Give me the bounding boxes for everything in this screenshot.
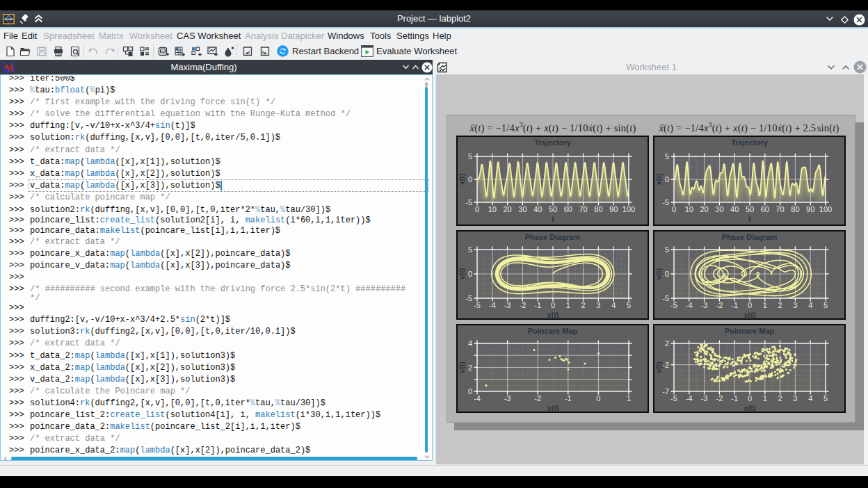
svg-text:20: 20 [700,205,708,213]
svg-text:-2: -2 [716,301,723,309]
svg-text:x(t): x(t) [654,174,663,185]
svg-text:0: 0 [468,175,472,184]
svg-text:4: 4 [468,339,472,348]
svg-text:x(t): x(t) [547,310,558,318]
svg-text:-4: -4 [489,301,496,309]
svg-text:-3: -3 [700,301,707,309]
svg-text:2: 2 [664,339,668,348]
svg-text:5: 5 [823,394,827,402]
svg-text:2: 2 [581,301,586,309]
svg-text:5: 5 [468,245,472,254]
svg-text:30: 30 [518,205,527,213]
svg-text:50: 50 [549,205,557,213]
svg-text:v(t): v(t) [458,361,466,373]
svg-text:100: 100 [622,205,635,213]
svg-text:-1: -1 [731,394,738,402]
svg-text:0: 0 [475,205,479,213]
svg-text:-5: -5 [474,301,481,309]
svg-text:5: 5 [627,301,631,309]
svg-text:40: 40 [533,205,542,213]
svg-text:-5: -5 [465,198,472,206]
svg-text:-1: -1 [565,394,572,402]
svg-text:2: 2 [778,394,782,402]
svg-text:20: 20 [503,205,511,213]
svg-text:60: 60 [564,205,572,213]
svg-text:4: 4 [611,301,616,309]
svg-text:Poincare Map: Poincare Map [724,327,774,335]
svg-text:40: 40 [730,205,739,213]
svg-text:-4: -4 [685,394,692,402]
svg-text:4: 4 [808,394,812,402]
svg-text:Poincare Map: Poincare Map [528,327,578,335]
svg-text:60: 60 [760,205,769,213]
svg-text:2: 2 [778,301,782,309]
svg-text:0: 0 [551,301,555,309]
svg-text:70: 70 [579,205,587,213]
svg-text:90: 90 [806,205,814,213]
svg-text:5: 5 [664,245,668,254]
svg-text:t: t [748,215,751,223]
svg-text:-2: -2 [534,394,541,402]
svg-text:-5: -5 [670,394,677,402]
svg-text:10: 10 [488,205,497,213]
svg-text:v(t): v(t) [654,268,663,279]
svg-text:30: 30 [715,205,723,213]
svg-text:5: 5 [468,152,472,161]
svg-text:2: 2 [468,364,472,372]
svg-text:-2: -2 [716,394,723,402]
svg-text:v(t): v(t) [654,361,663,373]
svg-text:100: 100 [819,205,831,213]
svg-text:5: 5 [664,152,668,161]
svg-text:-5: -5 [465,294,472,302]
svg-text:-4: -4 [685,301,692,309]
svg-text:10: 10 [684,205,693,213]
svg-text:0: 0 [671,205,675,213]
svg-text:80: 80 [791,205,799,213]
svg-text:-1: -1 [534,301,541,309]
svg-text:v(t): v(t) [458,268,466,279]
svg-text:-3: -3 [504,394,511,402]
svg-text:x(t): x(t) [744,310,755,318]
svg-text:-3: -3 [504,301,511,309]
svg-text:-7: -7 [662,387,669,396]
svg-text:-5: -5 [662,198,669,206]
svg-text:1: 1 [762,394,766,402]
svg-text:3: 3 [596,301,600,309]
svg-text:Phase Diagram: Phase Diagram [721,233,777,241]
svg-text:3: 3 [793,301,797,309]
svg-text:1: 1 [627,394,631,402]
svg-text:5: 5 [823,301,827,309]
svg-text:0: 0 [468,270,472,278]
svg-text:Phase Diagram: Phase Diagram [525,233,581,241]
svg-text:0: 0 [747,301,751,309]
svg-text:1: 1 [762,301,766,309]
svg-text:x(t): x(t) [458,174,466,185]
svg-text:90: 90 [609,205,618,213]
svg-text:0: 0 [664,270,668,278]
svg-text:Trajectory: Trajectory [534,138,571,147]
svg-text:4: 4 [808,301,812,309]
svg-text:0: 0 [664,175,668,184]
svg-text:0: 0 [468,387,472,396]
svg-text:Trajectory: Trajectory [731,138,768,147]
svg-text:-2: -2 [520,301,527,309]
svg-text:t: t [552,215,554,223]
svg-text:-5: -5 [670,301,677,309]
svg-text:0: 0 [596,394,600,402]
svg-text:80: 80 [594,205,602,213]
svg-text:3: 3 [793,394,797,402]
svg-text:-2: -2 [662,361,669,369]
svg-text:-4: -4 [474,394,481,402]
svg-text:x(t): x(t) [744,404,755,412]
svg-text:x(t): x(t) [547,404,558,412]
svg-text:-3: -3 [700,394,707,402]
svg-text:-1: -1 [731,301,738,309]
svg-text:50: 50 [745,205,753,213]
svg-text:1: 1 [566,301,570,309]
svg-text:-5: -5 [662,294,669,302]
svg-text:70: 70 [775,205,784,213]
svg-text:0: 0 [747,394,751,402]
